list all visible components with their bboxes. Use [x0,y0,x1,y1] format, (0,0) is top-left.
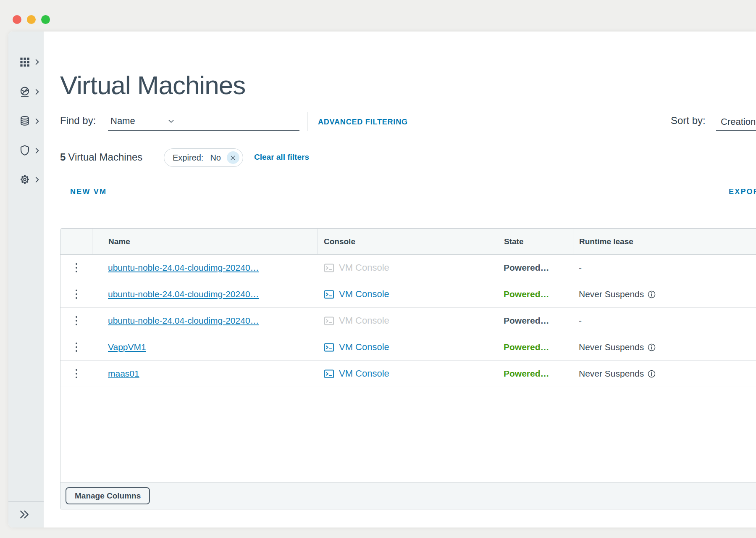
cell-state: Powered… [497,255,573,281]
sidebar-item-apps[interactable] [8,53,44,71]
filter-chip-value: No [210,153,221,163]
cell-console: VM Console [318,255,497,281]
datastore-icon [18,115,31,127]
sort-by-select[interactable]: Creation [716,111,756,131]
cell-runtime-lease: Never Suspends [573,361,756,387]
sort-by-selected-value: Creation [721,116,756,127]
vm-name-link[interactable]: ubuntu-noble-24.04-cloudimg-20240… [108,263,259,273]
cell-actions [60,308,92,334]
find-by-select[interactable]: Name [108,111,299,131]
sidebar-divider [8,501,44,502]
table-row[interactable]: VappVM1VM ConsolePowered…Never Suspends [60,334,756,361]
terminal-icon [323,342,335,353]
window-controls [13,15,50,24]
cell-actions [60,334,92,360]
row-actions-menu[interactable] [70,259,83,277]
row-actions-menu[interactable] [70,312,83,330]
sidebar-item-settings[interactable] [8,170,44,189]
vm-console-button[interactable]: VM Console [323,289,389,300]
cell-console: VM Console [318,281,497,307]
terminal-icon [323,315,335,327]
table-header-row: NameConsoleStateRuntime lease [60,229,756,255]
vm-state: Powered… [504,289,549,299]
terminal-icon [323,368,335,380]
vm-name-link[interactable]: ubuntu-noble-24.04-cloudimg-20240… [108,316,259,326]
vm-console-button[interactable]: VM Console [323,342,389,353]
sidebar-item-security[interactable] [8,141,44,160]
terminal-icon [323,262,335,274]
cell-console: VM Console [318,308,497,334]
column-header-actions [60,229,92,254]
vm-console-label: VM Console [339,368,389,379]
sidebar-item-data[interactable] [8,112,44,130]
manage-columns-button[interactable]: Manage Columns [66,487,150,504]
advanced-filtering-link[interactable]: ADVANCED FILTERING [318,118,408,127]
vm-name-link[interactable]: VappVM1 [108,342,146,352]
vm-console-label: VM Console [339,315,389,326]
gear-icon [18,173,31,186]
chevron-right-icon [34,176,41,183]
cell-runtime-lease: - [573,308,756,334]
sidebar [8,32,44,527]
new-vm-button[interactable]: NEW VM [70,187,107,196]
sidebar-item-network[interactable] [8,82,44,101]
vm-console-button: VM Console [323,315,389,327]
row-actions-menu[interactable] [70,338,83,356]
cell-console: VM Console [318,334,497,360]
minimize-button[interactable] [27,15,36,24]
sidebar-expand-button[interactable] [18,506,38,523]
export-button[interactable]: EXPORT [729,187,756,196]
vm-name-link[interactable]: maas01 [108,369,139,379]
info-icon[interactable] [647,290,656,299]
cell-actions [60,255,92,281]
cell-name: maas01 [92,361,318,387]
runtime-lease: Never Suspends [579,289,644,299]
filter-divider [307,112,307,131]
vm-count: 5Virtual Machines [60,151,142,163]
find-by-input[interactable] [181,114,296,129]
info-icon[interactable] [647,343,656,352]
chevron-right-icon [34,88,41,95]
vm-console-button: VM Console [323,262,389,274]
vm-console-label: VM Console [339,342,389,353]
vm-console-button[interactable]: VM Console [323,368,389,380]
runtime-lease: Never Suspends [579,342,644,352]
chevron-right-icon [34,118,41,125]
runtime-lease: Never Suspends [579,369,644,379]
row-actions-menu[interactable] [70,365,83,382]
close-button[interactable] [13,15,21,24]
main-content: Virtual Machines Find by: Name ADVANCED … [44,32,756,527]
table-row[interactable]: maas01VM ConsolePowered…Never Suspends [60,361,756,387]
column-header-state[interactable]: State [497,229,573,254]
column-header-console[interactable]: Console [318,229,497,254]
column-header-runtime-lease[interactable]: Runtime lease [573,229,756,254]
vm-state: Powered… [504,263,549,273]
table-footer: Manage Columns [60,482,756,509]
cell-state: Powered… [497,361,573,387]
row-actions-menu[interactable] [70,285,83,303]
cell-console: VM Console [318,361,497,387]
table-row[interactable]: ubuntu-noble-24.04-cloudimg-20240…VM Con… [60,281,756,308]
cell-state: Powered… [497,281,573,307]
table-row[interactable]: ubuntu-noble-24.04-cloudimg-20240…VM Con… [60,255,756,281]
find-by-selected-value: Name [110,116,135,127]
table-row[interactable]: ubuntu-noble-24.04-cloudimg-20240…VM Con… [60,308,756,334]
zoom-button[interactable] [41,15,50,24]
vm-count-label: Virtual Machines [68,151,142,163]
cell-runtime-lease: - [573,255,756,281]
cell-actions [60,361,92,387]
vm-name-link[interactable]: ubuntu-noble-24.04-cloudimg-20240… [108,289,259,299]
chevron-down-icon [167,117,175,125]
cell-name: ubuntu-noble-24.04-cloudimg-20240… [92,281,318,307]
cell-runtime-lease: Never Suspends [573,334,756,360]
vm-console-label: VM Console [339,289,389,300]
column-header-name[interactable]: Name [92,229,318,254]
clear-all-filters-link[interactable]: Clear all filters [254,153,309,162]
filter-chip-remove-button[interactable] [227,151,239,164]
cell-state: Powered… [497,308,573,334]
vm-table: NameConsoleStateRuntime lease ubuntu-nob… [60,228,756,509]
chevron-right-icon [34,147,41,154]
runtime-lease: - [579,263,582,273]
info-icon[interactable] [647,369,656,378]
vm-state: Powered… [504,369,549,379]
